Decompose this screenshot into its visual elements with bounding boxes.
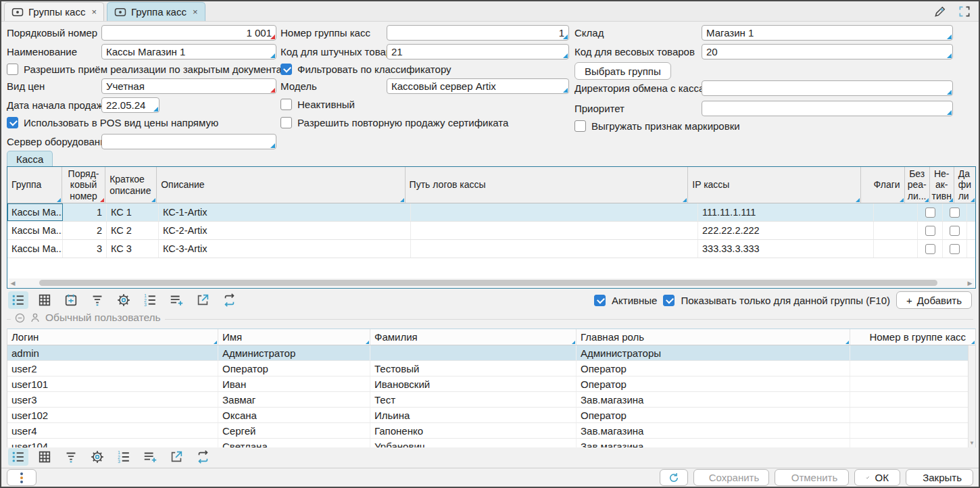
tab-close-icon[interactable]: × xyxy=(91,7,97,17)
cell-flags[interactable] xyxy=(874,222,918,239)
piece-goods-code-input[interactable]: 21 xyxy=(387,44,569,59)
user-row-1[interactable]: admin Администратор Администраторы xyxy=(7,345,975,361)
numbered-list-icon[interactable]: 123 xyxy=(114,448,134,466)
cell-login[interactable]: user104 xyxy=(7,439,218,447)
cell-number[interactable] xyxy=(850,423,975,438)
reload-icon[interactable] xyxy=(193,448,213,466)
cell-ip[interactable]: 222.22.2.222 xyxy=(698,222,874,239)
scroll-right-arrow[interactable]: ▶ xyxy=(965,280,975,287)
cell-log[interactable] xyxy=(411,222,698,239)
collapse-icon[interactable] xyxy=(15,313,25,323)
col-no-realization[interactable]: Без реа- ли... xyxy=(905,167,930,203)
cell-short[interactable]: КС 2 xyxy=(107,222,159,239)
seq-number-input[interactable]: 1 001 xyxy=(101,25,276,41)
close-button[interactable]: Закрыть xyxy=(906,469,973,486)
filter-icon[interactable] xyxy=(61,448,81,466)
cell-login[interactable]: user3 xyxy=(7,392,218,407)
user-row-7[interactable]: user104 Светлана Урбанович Зав.магазина xyxy=(7,439,975,447)
cell-desc[interactable]: КС-3-Artix xyxy=(159,240,411,258)
cell-desc[interactable]: КС-1-Artix xyxy=(159,203,411,221)
cell-log[interactable] xyxy=(411,240,698,258)
name-input[interactable]: Кассы Магазин 1 xyxy=(101,44,276,59)
scrollbar-thumb[interactable] xyxy=(39,280,937,286)
col-clipped[interactable]: Да фи ли xyxy=(954,167,975,203)
cell-login[interactable]: admin xyxy=(7,345,218,360)
active-filter-checkbox[interactable] xyxy=(594,295,606,306)
inactive-checkbox[interactable] xyxy=(950,208,960,218)
col-login[interactable]: Логин xyxy=(7,329,218,345)
no-real-checkbox[interactable] xyxy=(925,208,935,218)
reload-icon[interactable] xyxy=(219,291,239,309)
cell-main-role[interactable]: Зав.магазина xyxy=(577,439,850,447)
tab-kassa[interactable]: Касса xyxy=(7,151,53,166)
cell-number[interactable] xyxy=(850,345,975,360)
priority-input[interactable] xyxy=(702,101,953,116)
add-button[interactable]: + Добавить xyxy=(896,291,972,309)
cell-flags[interactable] xyxy=(874,203,918,221)
cell-number[interactable] xyxy=(850,392,975,407)
grid-view-icon[interactable] xyxy=(34,448,55,466)
open-external-icon[interactable] xyxy=(166,448,187,466)
list-view-icon[interactable] xyxy=(8,291,28,309)
cell-main-role[interactable]: Оператор xyxy=(577,376,850,391)
cash-row-3[interactable]: Кассы Ма... 3 КС 3 КС-3-Artix 333.33.3.3… xyxy=(7,240,975,258)
exchange-dir-input[interactable] xyxy=(702,80,953,96)
tab-cash-groups[interactable]: Группы касс × xyxy=(4,2,104,21)
user-row-6[interactable]: user4 Сергей Гапоненко Зав.магазина xyxy=(7,423,975,439)
list-view-icon[interactable] xyxy=(8,448,28,466)
cell-first-name[interactable]: Светлана xyxy=(218,439,370,447)
filter-by-classifier-checkbox[interactable] xyxy=(280,64,292,75)
cell-first-name[interactable]: Администратор xyxy=(218,345,370,360)
col-last-name[interactable]: Фамилия xyxy=(370,329,577,345)
allow-closed-docs-checkbox[interactable] xyxy=(7,64,18,75)
cell-main-role[interactable]: Зав.магазина xyxy=(577,392,850,407)
inactive-checkbox[interactable] xyxy=(280,99,292,110)
cell-login[interactable]: user4 xyxy=(7,423,218,438)
cell-num[interactable]: 2 xyxy=(63,222,107,239)
cell-short[interactable]: КС 3 xyxy=(107,240,159,258)
horizontal-scrollbar[interactable]: ◀ ▶ xyxy=(8,278,975,287)
user-row-5[interactable]: user102 Оксана Ильина Оператор xyxy=(7,408,975,423)
user-row-2[interactable]: user2 Оператор Тестовый Оператор xyxy=(7,361,975,376)
allow-cert-resale-checkbox[interactable] xyxy=(280,117,292,128)
cell-log[interactable] xyxy=(411,203,698,221)
user-row-4[interactable]: user3 Завмаг Тест Зав.магазина xyxy=(7,392,975,408)
cell-first-name[interactable]: Оксана xyxy=(218,408,370,422)
edit-pencil-icon[interactable] xyxy=(931,3,949,20)
scroll-left-arrow[interactable]: ◀ xyxy=(8,280,18,287)
col-short-desc[interactable]: Краткое описание xyxy=(105,167,157,203)
gear-icon[interactable] xyxy=(87,448,107,466)
cell-group[interactable]: Кассы Ма... xyxy=(7,222,63,239)
grid-view-icon[interactable] xyxy=(34,291,55,309)
col-seq-number[interactable]: Поряд- ковый номер xyxy=(62,167,105,203)
calendar-icon[interactable] xyxy=(61,291,81,309)
add-row-icon[interactable] xyxy=(140,448,160,466)
cell-main-role[interactable]: Оператор xyxy=(577,408,850,422)
cell-ip[interactable]: 333.33.3.333 xyxy=(698,240,874,258)
col-main-role[interactable]: Главная роль xyxy=(577,329,850,345)
col-description[interactable]: Описание xyxy=(157,167,405,203)
col-flags[interactable]: Флаги xyxy=(861,167,904,203)
cell-ip[interactable]: 111.11.1.111 xyxy=(698,203,874,221)
cell-group[interactable]: Кассы Ма... xyxy=(7,240,63,258)
col-group[interactable]: Группа xyxy=(7,167,62,203)
cell-last-name[interactable]: Гапоненко xyxy=(370,423,577,438)
cell-number[interactable] xyxy=(850,408,975,422)
cell-number[interactable] xyxy=(850,361,975,376)
cell-main-role[interactable]: Зав.магазина xyxy=(577,423,850,438)
use-pos-price-checkbox[interactable] xyxy=(7,117,18,128)
tab-cash-group-active[interactable]: Группа касс × xyxy=(107,2,205,21)
cash-row-1[interactable]: Кассы Ма... 1 КС 1 КС-1-Artix 111.11.1.1… xyxy=(7,203,975,222)
fullscreen-icon[interactable] xyxy=(956,3,973,20)
cell-last-name[interactable]: Ивановский xyxy=(370,376,577,391)
col-log-path[interactable]: Путь логов кассы xyxy=(406,167,689,203)
numbered-list-icon[interactable]: 123 xyxy=(140,291,160,309)
refresh-button[interactable] xyxy=(660,469,688,486)
cell-num[interactable]: 3 xyxy=(63,240,107,258)
cell-desc[interactable]: КС-2-Artix xyxy=(159,222,411,239)
col-number-in-group[interactable]: Номер в группе касс xyxy=(850,329,975,345)
col-ip[interactable]: IP кассы xyxy=(688,167,861,203)
cancel-button[interactable]: Отменить xyxy=(775,469,849,486)
only-group-filter-checkbox[interactable] xyxy=(663,295,675,306)
cell-login[interactable]: user102 xyxy=(7,408,218,422)
